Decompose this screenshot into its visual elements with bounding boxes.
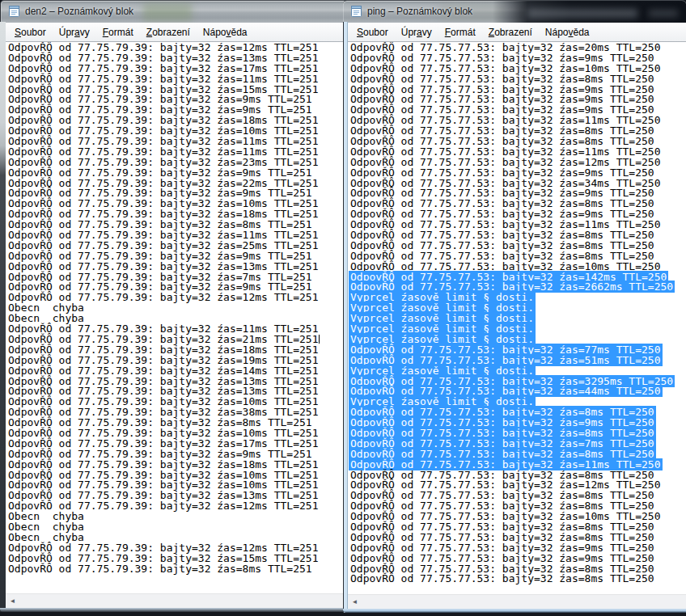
scroll-left-button[interactable]: ◄ xyxy=(6,594,19,608)
menu-item-zobrazeni[interactable]: Zobrazení xyxy=(140,23,197,41)
scroll-left-icon: ◄ xyxy=(352,599,358,605)
menu-item-zobrazeni[interactable]: Zobrazení xyxy=(482,23,539,41)
window-title: ping – Poznámkový blok xyxy=(367,6,472,17)
menu-item-napoveda[interactable]: Nápověda xyxy=(539,23,596,41)
menu-item-format[interactable]: Formát xyxy=(438,23,482,41)
horizontal-scrollbar[interactable]: ◄ xyxy=(348,594,686,609)
scroll-left-icon: ◄ xyxy=(10,598,16,605)
line-text: OdpovŘÔ od 77.75.77.53: bajty=32 źas=8ms… xyxy=(350,572,654,584)
notepad-window-ping: ping – Poznámkový blok SouborÚpravyFormá… xyxy=(343,0,686,613)
menu-item-soubor[interactable]: Soubor xyxy=(8,23,53,41)
window-title: den2 – Poznámkový blok xyxy=(25,6,133,17)
titlebar[interactable]: den2 – Poznámkový blok xyxy=(0,0,348,23)
menubar: SouborÚpravyFormátZobrazeníNápověda xyxy=(348,23,686,42)
window-bottom-border xyxy=(343,609,686,613)
menubar: SouborÚpravyFormátZobrazeníNápověda xyxy=(6,23,348,42)
titlebar-blurred-text xyxy=(527,9,637,18)
menu-item-upravy[interactable]: Úpravy xyxy=(53,23,96,41)
text-editor[interactable]: OdpovŘÔ od 77.75.79.39: bajty=32 źas=12m… xyxy=(6,41,348,594)
window-left-border xyxy=(0,22,6,612)
client-area: OdpovŘÔ od 77.75.77.53: bajty=32 źas=20m… xyxy=(348,41,686,609)
desktop: den2 – Poznámkový blok SouborÚpravyFormá… xyxy=(0,0,686,616)
editor-line: OdpovŘÔ od 77.75.79.39: bajty=32 źas=8ms… xyxy=(8,564,348,575)
editor-line: OdpovŘÔ od 77.75.77.53: bajty=32 źas=8ms… xyxy=(350,574,686,584)
menu-item-soubor[interactable]: Soubor xyxy=(350,23,395,41)
line-text: OdpovŘÔ od 77.75.79.39: bajty=32 źas=8ms… xyxy=(8,563,312,575)
titlebar-blurred-text xyxy=(649,10,678,17)
notepad-icon xyxy=(350,5,362,18)
horizontal-scrollbar[interactable]: ◄ xyxy=(6,593,348,608)
text-caret xyxy=(319,335,320,344)
window-bottom-border xyxy=(0,608,348,612)
menu-item-format[interactable]: Formát xyxy=(96,23,140,41)
notepad-icon xyxy=(8,5,20,18)
text-editor[interactable]: OdpovŘÔ od 77.75.77.53: bajty=32 źas=20m… xyxy=(348,41,686,595)
titlebar[interactable]: ping – Poznámkový blok xyxy=(343,0,686,23)
client-area: OdpovŘÔ od 77.75.79.39: bajty=32 źas=12m… xyxy=(6,41,348,608)
menu-item-napoveda[interactable]: Nápověda xyxy=(197,23,254,41)
notepad-window-den2: den2 – Poznámkový blok SouborÚpravyFormá… xyxy=(0,0,348,612)
menu-item-upravy[interactable]: Úpravy xyxy=(395,23,438,41)
titlebar-glass-blur xyxy=(143,3,192,21)
scroll-left-button[interactable]: ◄ xyxy=(348,595,362,609)
